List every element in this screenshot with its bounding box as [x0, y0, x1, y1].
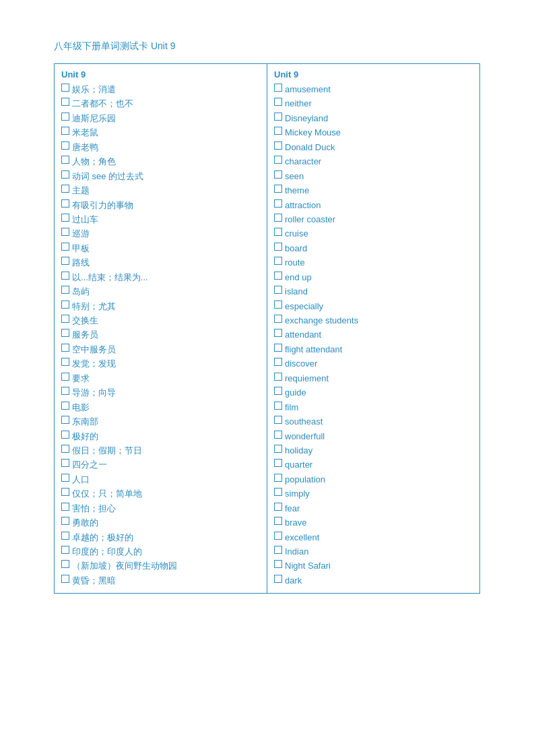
- checkbox-icon[interactable]: [61, 373, 69, 381]
- checkbox-icon[interactable]: [274, 560, 282, 568]
- checkbox-icon[interactable]: [274, 373, 282, 381]
- checkbox-icon[interactable]: [61, 272, 69, 280]
- checkbox-icon[interactable]: [61, 402, 69, 410]
- checkbox-icon[interactable]: [274, 113, 282, 121]
- item-text: dark: [285, 573, 302, 588]
- checkbox-icon[interactable]: [61, 503, 69, 511]
- checkbox-icon[interactable]: [61, 387, 69, 395]
- left-header: Unit 9: [61, 69, 260, 80]
- checkbox-icon[interactable]: [274, 532, 282, 540]
- checkbox-icon[interactable]: [61, 474, 69, 482]
- item-text: 二者都不；也不: [72, 96, 133, 111]
- checkbox-icon[interactable]: [274, 170, 282, 179]
- checkbox-icon[interactable]: [61, 575, 69, 583]
- checkbox-icon[interactable]: [274, 503, 282, 511]
- list-item: quarter: [274, 458, 473, 472]
- checkbox-icon[interactable]: [274, 156, 282, 164]
- checkbox-icon[interactable]: [274, 402, 282, 410]
- list-item: Disneyland: [274, 111, 473, 125]
- item-text: population: [285, 472, 325, 486]
- list-item: 卓越的；极好的: [61, 530, 260, 544]
- checkbox-icon[interactable]: [61, 84, 69, 92]
- checkbox-icon[interactable]: [61, 156, 69, 164]
- checkbox-icon[interactable]: [274, 301, 282, 309]
- checkbox-icon[interactable]: [61, 113, 69, 121]
- item-text: simply: [285, 486, 310, 501]
- checkbox-icon[interactable]: [61, 445, 69, 453]
- right-column: Unit 9 amusementneitherDisneylandMickey …: [267, 64, 480, 594]
- checkbox-icon[interactable]: [274, 459, 282, 467]
- item-text: 人口: [72, 472, 90, 486]
- checkbox-icon[interactable]: [61, 185, 69, 193]
- checkbox-icon[interactable]: [61, 243, 69, 251]
- checkbox-icon[interactable]: [61, 228, 69, 236]
- checkbox-icon[interactable]: [274, 517, 282, 525]
- checkbox-icon[interactable]: [274, 387, 282, 395]
- checkbox-icon[interactable]: [274, 474, 282, 482]
- item-text: 迪斯尼乐园: [72, 111, 116, 125]
- checkbox-icon[interactable]: [61, 170, 69, 179]
- checkbox-icon[interactable]: [274, 286, 282, 294]
- list-item: 过山车: [61, 212, 260, 226]
- checkbox-icon[interactable]: [61, 301, 69, 309]
- checkbox-icon[interactable]: [274, 431, 282, 439]
- list-item: 要求: [61, 371, 260, 385]
- checkbox-icon[interactable]: [274, 329, 282, 337]
- checkbox-icon[interactable]: [61, 286, 69, 294]
- checkbox-icon[interactable]: [274, 257, 282, 265]
- checkbox-icon[interactable]: [274, 575, 282, 583]
- checkbox-icon[interactable]: [61, 98, 69, 106]
- item-text: attendant: [285, 327, 321, 342]
- checkbox-icon[interactable]: [61, 329, 69, 337]
- checkbox-icon[interactable]: [274, 546, 282, 554]
- list-item: Indian: [274, 544, 473, 559]
- checkbox-icon[interactable]: [61, 431, 69, 439]
- item-text: discover: [285, 356, 317, 371]
- checkbox-icon[interactable]: [61, 546, 69, 554]
- checkbox-icon[interactable]: [61, 214, 69, 222]
- checkbox-icon[interactable]: [274, 243, 282, 251]
- checkbox-icon[interactable]: [61, 517, 69, 525]
- checkbox-icon[interactable]: [61, 141, 69, 150]
- item-text: especially: [285, 299, 323, 313]
- checkbox-icon[interactable]: [274, 199, 282, 208]
- checkbox-icon[interactable]: [274, 358, 282, 366]
- checkbox-icon[interactable]: [274, 214, 282, 222]
- page-title: 八年级下册单词测试卡 Unit 9: [54, 40, 480, 53]
- item-text: flight attendant: [285, 342, 342, 356]
- item-text: 以...结束；结果为...: [72, 270, 148, 284]
- checkbox-icon[interactable]: [274, 127, 282, 135]
- list-item: 东南部: [61, 414, 260, 429]
- checkbox-icon[interactable]: [61, 560, 69, 568]
- checkbox-icon[interactable]: [274, 185, 282, 193]
- checkbox-icon[interactable]: [61, 532, 69, 540]
- checkbox-icon[interactable]: [61, 127, 69, 135]
- checkbox-icon[interactable]: [274, 315, 282, 323]
- list-item: southeast: [274, 414, 473, 429]
- checkbox-icon[interactable]: [274, 445, 282, 453]
- checkbox-icon[interactable]: [274, 272, 282, 280]
- list-item: theme: [274, 183, 473, 197]
- item-text: 印度的；印度人的: [72, 544, 142, 559]
- item-text: 卓越的；极好的: [72, 530, 133, 544]
- list-item: 二者都不；也不: [61, 96, 260, 111]
- checkbox-icon[interactable]: [61, 416, 69, 424]
- checkbox-icon[interactable]: [61, 199, 69, 208]
- checkbox-icon[interactable]: [61, 344, 69, 352]
- list-item: guide: [274, 385, 473, 400]
- checkbox-icon[interactable]: [274, 416, 282, 424]
- checkbox-icon[interactable]: [274, 98, 282, 106]
- checkbox-icon[interactable]: [274, 228, 282, 236]
- checkbox-icon[interactable]: [61, 488, 69, 496]
- checkbox-icon[interactable]: [61, 257, 69, 265]
- list-item: 空中服务员: [61, 342, 260, 356]
- checkbox-icon[interactable]: [274, 141, 282, 150]
- list-item: 发觉；发现: [61, 356, 260, 371]
- checkbox-icon[interactable]: [274, 344, 282, 352]
- checkbox-icon[interactable]: [274, 84, 282, 92]
- checkbox-icon[interactable]: [61, 459, 69, 467]
- item-text: theme: [285, 183, 309, 197]
- checkbox-icon[interactable]: [61, 358, 69, 366]
- checkbox-icon[interactable]: [274, 488, 282, 496]
- checkbox-icon[interactable]: [61, 315, 69, 323]
